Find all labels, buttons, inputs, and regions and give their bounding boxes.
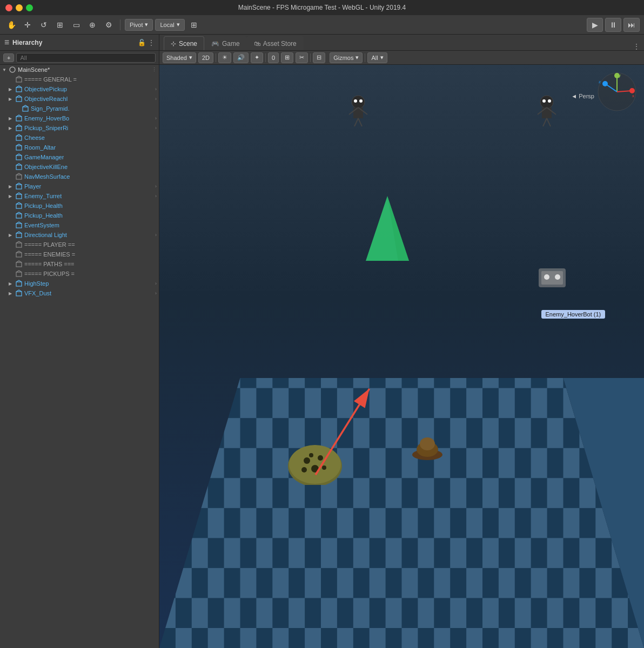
minimize-button[interactable]: [16, 4, 23, 11]
step-button[interactable]: ⏭: [623, 18, 640, 32]
enemy1-svg: [344, 94, 373, 132]
scene-viewport[interactable]: Enemy_HoverBot (1): [159, 65, 644, 648]
hierarchy-item-pickupsniper[interactable]: ▶ Pickup_SniperRi ›: [0, 123, 159, 133]
all-dropdown[interactable]: All ▾: [367, 52, 387, 63]
scale-tool-button[interactable]: ⊞: [53, 18, 67, 32]
transform-tool-button[interactable]: ⊕: [85, 18, 99, 32]
hierarchy-item-gamemanager[interactable]: GameManager: [0, 152, 159, 162]
tree-item-label: Enemy_HoverBo: [24, 115, 69, 122]
custom-tool-button[interactable]: ⚙: [102, 18, 116, 32]
close-button[interactable]: [5, 4, 12, 11]
svg-rect-5: [16, 117, 22, 121]
tree-arrow: ▶: [9, 87, 15, 92]
enemy-tooltip: Enemy_HoverBot (1): [541, 310, 606, 319]
hierarchy-item-highstep[interactable]: ▶ HighStep ›: [0, 279, 159, 288]
hierarchy-item-vfxdust[interactable]: ▶ VFX_Dust ›: [0, 288, 159, 298]
tree-item-menu: ⋮: [152, 67, 157, 72]
hierarchy-item-pickuphealth2[interactable]: Pickup_Health: [0, 211, 159, 220]
hierarchy-toolbar: +: [0, 51, 159, 65]
hierarchy-item-signpyramid[interactable]: Sign_Pyramid.: [0, 104, 159, 113]
tab-game[interactable]: 🎮 Game: [204, 36, 247, 50]
hierarchy-item-navmesh[interactable]: NavMeshSurface: [0, 172, 159, 181]
svg-rect-4: [23, 107, 28, 111]
gizmos-dropdown[interactable]: Gizmos ▾: [330, 52, 363, 63]
svg-text:z: z: [599, 79, 601, 84]
expand-arrow: ›: [155, 125, 157, 131]
fx-toggle[interactable]: ✦: [251, 52, 263, 63]
pivot-dropdown[interactable]: Pivot ▾: [125, 19, 153, 31]
hierarchy-panel: ☰ Hierarchy 🔓 ⋮ + ▼ MainScene* ⋮ =: [0, 35, 159, 648]
render-mode-btn[interactable]: ⊟: [313, 52, 325, 63]
tab-scene[interactable]: ⊹ Scene: [164, 36, 204, 50]
hierarchy-lock-button[interactable]: 🔓: [138, 39, 146, 46]
hierarchy-item-objectivekillene[interactable]: ObjectiveKillEne: [0, 162, 159, 172]
shading-dropdown-arrow: ▾: [189, 54, 192, 61]
move-tool-button[interactable]: ✛: [21, 18, 35, 32]
hierarchy-item-enemies-sep[interactable]: ===== ENEMIES =: [0, 249, 159, 259]
rect-tool-button[interactable]: ▭: [69, 18, 83, 32]
svg-rect-12: [16, 185, 22, 189]
tree-item-label: ObjectivePickup: [24, 86, 67, 92]
expand-arrow: ›: [155, 232, 157, 238]
cube-icon: [15, 95, 23, 103]
svg-point-58: [548, 99, 551, 103]
tree-item-label: ===== ENEMIES =: [24, 251, 75, 258]
local-dropdown[interactable]: Local ▾: [155, 19, 184, 31]
camera-btn[interactable]: 0: [268, 52, 279, 63]
hierarchy-search-input[interactable]: [16, 53, 156, 63]
main-toolbar: ✋ ✛ ↺ ⊞ ▭ ⊕ ⚙ Pivot ▾ Local ▾ ⊞ ▶ ⏸ ⏭: [0, 15, 644, 35]
2d-button[interactable]: 2D: [198, 52, 213, 63]
light-toggle[interactable]: ☀: [218, 52, 231, 63]
hierarchy-item-mainscene[interactable]: ▼ MainScene* ⋮: [0, 65, 159, 75]
hierarchy-item-eventsystem[interactable]: EventSystem: [0, 220, 159, 230]
hierarchy-item-roomaltar[interactable]: Room_Altar: [0, 143, 159, 152]
hierarchy-item-paths-sep[interactable]: ===== PATHS ===: [0, 259, 159, 269]
svg-line-48: [358, 118, 362, 126]
maximize-button[interactable]: [26, 4, 33, 11]
svg-marker-28: [159, 378, 644, 648]
hierarchy-item-player[interactable]: ▶ Player ›: [0, 181, 159, 191]
hierarchy-item-general[interactable]: ===== GENERAL =: [0, 75, 159, 84]
rotate-tool-button[interactable]: ↺: [37, 18, 51, 32]
scene-object-poop: [411, 434, 444, 461]
hierarchy-menu-button[interactable]: ⋮: [148, 39, 155, 46]
scene-object-enemy2: [532, 94, 562, 132]
audio-toggle[interactable]: 🔊: [233, 52, 249, 63]
hierarchy-item-enemyturret[interactable]: ▶ Enemy_Turret ›: [0, 191, 159, 201]
cube-icon: [15, 221, 23, 229]
tree-item-label: NavMeshSurface: [24, 173, 70, 180]
hierarchy-item-enemyhoverbo[interactable]: ▶ Enemy_HoverBo ›: [0, 113, 159, 123]
hierarchy-add-button[interactable]: +: [3, 53, 14, 62]
svg-line-47: [354, 118, 358, 126]
hierarchy-item-pickups-sep[interactable]: ===== PICKUPS =: [0, 269, 159, 279]
svg-rect-22: [16, 282, 22, 286]
persp-label: ◄ Persp: [571, 93, 594, 99]
hierarchy-item-pickuphealth1[interactable]: Pickup_Health: [0, 201, 159, 211]
svg-text:y: y: [619, 73, 621, 78]
hand-tool-button[interactable]: ✋: [4, 18, 18, 32]
scene-object-hoverbot: [533, 263, 571, 293]
svg-rect-8: [16, 146, 22, 150]
tab-assetstore[interactable]: 🛍 Asset Store: [247, 36, 304, 50]
snap-button[interactable]: ⊞: [187, 18, 201, 32]
svg-rect-11: [16, 175, 22, 179]
svg-point-51: [540, 96, 553, 109]
play-button[interactable]: ▶: [587, 18, 603, 32]
shading-dropdown[interactable]: Shaded ▾: [163, 52, 196, 63]
window-controls[interactable]: [5, 4, 33, 11]
scene-tab-icon: ⊹: [171, 40, 176, 48]
svg-point-40: [309, 453, 313, 457]
hierarchy-item-cheese[interactable]: Cheese: [0, 133, 159, 143]
hierarchy-title: Hierarchy: [12, 39, 42, 46]
tree-item-label: Player: [24, 183, 41, 190]
hierarchy-item-objectivereachl[interactable]: ▶ ObjectiveReachl ›: [0, 94, 159, 104]
hierarchy-item-directionallight[interactable]: ▶ Directional Light ›: [0, 230, 159, 240]
cube-icon: [15, 241, 23, 248]
grid-btn[interactable]: ⊞: [281, 52, 293, 63]
extra-btn[interactable]: ✂: [296, 52, 308, 63]
scene-menu-button[interactable]: ⋮: [633, 43, 640, 50]
hierarchy-item-objectivepickup[interactable]: ▶ ObjectivePickup ›: [0, 84, 159, 94]
pause-button[interactable]: ⏸: [605, 18, 621, 32]
shading-label: Shaded: [166, 55, 187, 61]
hierarchy-item-player-sep[interactable]: ===== PLAYER ==: [0, 240, 159, 249]
